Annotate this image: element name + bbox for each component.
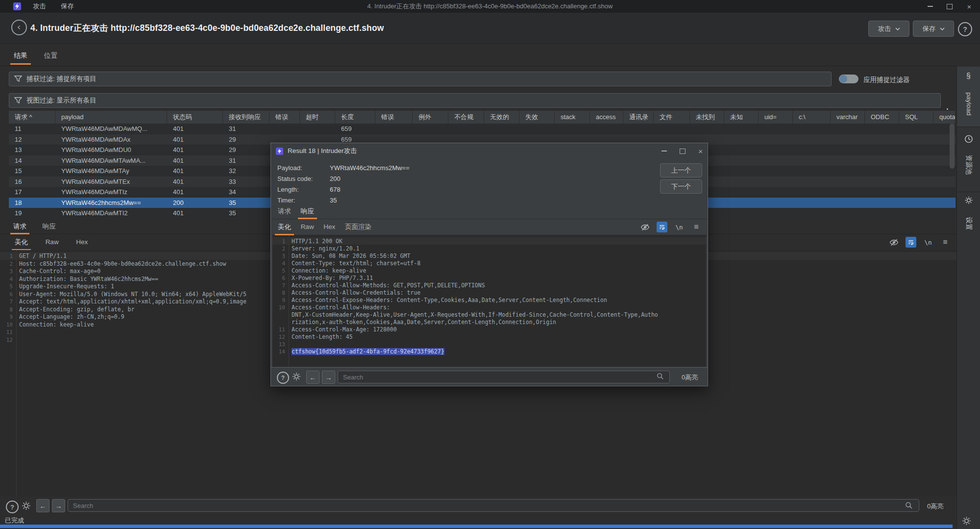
show-newlines-icon[interactable]: \n — [674, 222, 685, 232]
popup-search-input[interactable] — [338, 371, 670, 383]
apply-capture-filter-toggle[interactable] — [839, 75, 858, 83]
search-magnifier-icon — [905, 501, 913, 510]
save-button[interactable]: 保存 — [913, 21, 954, 37]
show-newlines-icon[interactable]: \n — [923, 237, 933, 248]
popup-viewtab-render[interactable]: 页面渲染 — [344, 219, 372, 235]
editor-menu-icon[interactable]: ≡ — [691, 222, 702, 232]
close-button[interactable]: × — [959, 0, 979, 13]
tab-results[interactable]: 结果 — [13, 50, 28, 65]
search-next-button[interactable]: → — [322, 371, 335, 384]
tab-response[interactable]: 响应 — [42, 219, 57, 234]
search-help-button[interactable]: ? — [6, 501, 19, 513]
menu-save[interactable]: 保存 — [58, 1, 77, 12]
column-header[interactable]: c:\ — [793, 111, 831, 124]
hide-nonprintable-icon[interactable] — [639, 222, 650, 232]
table-scrollbar-thumb[interactable] — [950, 124, 955, 169]
column-header[interactable]: 错误 — [375, 111, 413, 124]
search-help-button[interactable]: ? — [277, 372, 289, 384]
popup-viewtab-raw[interactable]: Raw — [300, 220, 315, 234]
popup-close-icon[interactable]: × — [698, 147, 703, 155]
column-header[interactable]: 错误 — [270, 111, 300, 124]
search-settings-gear-icon[interactable] — [21, 501, 31, 511]
column-header[interactable]: 状态码 — [167, 111, 223, 124]
line-number: 4 — [0, 276, 13, 283]
popup-viewtab-hex[interactable]: Hex — [322, 220, 336, 234]
viewtab-pretty[interactable]: 美化 — [14, 234, 29, 250]
search-next-button[interactable]: → — [52, 499, 65, 512]
popup-tab-request-label: 请求 — [278, 207, 291, 215]
column-header[interactable]: access — [590, 111, 623, 124]
clock-icon[interactable] — [964, 134, 973, 145]
column-header[interactable]: 失效 — [519, 111, 555, 124]
column-header[interactable]: 无效的 — [484, 111, 519, 124]
view-filter-bar[interactable]: 视图过滤: 显示所有条目 — [9, 93, 941, 108]
column-header[interactable]: 未知 — [724, 111, 759, 124]
column-header[interactable]: varchar — [831, 111, 865, 124]
viewtab-hex[interactable]: Hex — [75, 235, 89, 249]
column-header[interactable]: uid= — [759, 111, 793, 124]
line-number: 14 — [272, 348, 285, 355]
cell-status: 200 — [167, 198, 223, 208]
maximize-button[interactable] — [940, 0, 959, 13]
viewtab-raw[interactable]: Raw — [45, 235, 60, 249]
column-header[interactable]: 请求 ^ — [9, 111, 55, 124]
code-text: Accept-Language: zh-CN,zh;q=0.9 — [19, 313, 124, 320]
search-prev-button[interactable]: ← — [306, 371, 319, 384]
corner-gear-icon[interactable] — [961, 516, 972, 528]
code-text: Authorization: Basic YWRtaW46c2hhcms2Mw=… — [19, 276, 158, 282]
table-row[interactable]: 11YWRtaW46MDAwMDAwMQ...40131659 — [9, 124, 956, 134]
line-number: 11 — [0, 328, 13, 336]
sidebar-item-resource-pool-label[interactable]: 资源池 — [964, 155, 973, 175]
tab-positions[interactable]: 位置 — [43, 50, 59, 65]
column-header[interactable]: 超时 — [300, 111, 335, 124]
cell-payload: YWRtaW46MDAwMTEx — [55, 176, 167, 187]
capture-filter-bar[interactable]: 捕获过滤: 捕捉所有项目 — [9, 72, 832, 86]
code-line: 8Access-Control-Allow-Credentials: true — [272, 289, 706, 296]
section-icon: § — [966, 72, 971, 80]
column-header[interactable]: ODBC — [865, 111, 899, 124]
editor-menu-icon[interactable]: ≡ — [940, 237, 951, 248]
code-line: 13 — [272, 340, 706, 348]
search-prev-button[interactable]: ← — [36, 499, 49, 512]
column-header[interactable]: 例外 — [413, 111, 448, 124]
cell-received: 35 — [223, 208, 270, 219]
back-button[interactable] — [11, 20, 27, 35]
gear-icon[interactable] — [964, 196, 973, 206]
cell-request: 16 — [9, 176, 55, 187]
response-editor[interactable]: 1HTTP/1.1 200 OK2Server: nginx/1.20.13Da… — [272, 235, 706, 367]
popup-view-tabs: 美化 Raw Hex 页面渲染 \n ≡ — [271, 219, 708, 235]
sidebar-item-settings-label[interactable]: 设置 — [964, 217, 973, 230]
column-header[interactable]: 不合规 — [448, 111, 484, 124]
cell-request: 14 — [9, 155, 55, 166]
column-header[interactable]: SQL — [899, 111, 933, 124]
popup-search-bar: ? ← → 0高亮 — [271, 367, 708, 386]
soft-wrap-icon[interactable] — [657, 222, 667, 232]
soft-wrap-icon[interactable] — [906, 237, 916, 248]
column-header[interactable]: stack — [555, 111, 590, 124]
next-result-button[interactable]: 下一个 — [660, 179, 702, 194]
menu-attack[interactable]: 攻击 — [30, 1, 49, 12]
cell-status: 401 — [167, 187, 223, 198]
search-settings-gear-icon[interactable] — [292, 372, 301, 381]
popup-minimize-icon[interactable] — [662, 151, 667, 151]
column-header[interactable]: quota — [933, 111, 956, 124]
popup-tab-request[interactable]: 请求 — [277, 204, 292, 219]
popup-maximize-icon[interactable] — [680, 149, 686, 154]
help-button[interactable]: ? — [958, 22, 972, 36]
column-header[interactable]: 接收到响应 — [223, 111, 270, 124]
column-header[interactable]: payload — [55, 111, 167, 124]
search-input[interactable] — [68, 499, 919, 512]
attack-button[interactable]: 攻击 — [868, 21, 909, 37]
minimize-button[interactable] — [920, 0, 940, 13]
popup-tab-response[interactable]: 响应 — [300, 204, 315, 219]
column-header[interactable]: 长度 — [335, 111, 375, 124]
code-text: Cache-Control: max-age=0 — [19, 268, 100, 275]
hide-nonprintable-icon[interactable] — [888, 237, 899, 248]
column-header[interactable]: 未找到 — [690, 111, 724, 124]
tab-request[interactable]: 请求 — [12, 219, 27, 234]
previous-result-button[interactable]: 上一个 — [660, 163, 702, 177]
column-header[interactable]: 文件 — [654, 111, 690, 124]
column-header[interactable]: 通讯录 — [623, 111, 654, 124]
popup-viewtab-pretty[interactable]: 美化 — [277, 219, 292, 235]
line-number: 6 — [0, 291, 13, 299]
